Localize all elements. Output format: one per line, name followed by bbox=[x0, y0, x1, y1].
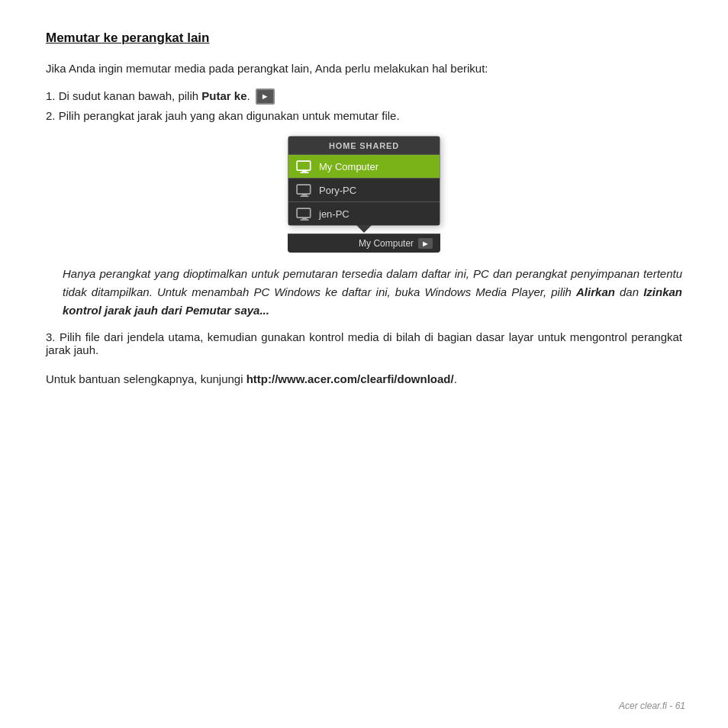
svg-rect-8 bbox=[301, 219, 309, 221]
dropdown-item-pory-pc[interactable]: Pory-PC bbox=[288, 179, 440, 202]
page-number: Acer clear.fi - 61 bbox=[619, 701, 685, 711]
italic-note: Hanya perangkat yang dioptimalkan untuk … bbox=[63, 265, 682, 320]
putar-ke-icon: ► bbox=[256, 89, 275, 105]
dropdown-item-label-3: jen-PC bbox=[319, 208, 350, 220]
footer-suffix: . bbox=[454, 372, 457, 385]
bottom-bar: My Computer ► bbox=[288, 234, 440, 253]
svg-rect-1 bbox=[302, 170, 308, 172]
page-content: Memutar ke perangkat lain Jika Anda ingi… bbox=[0, 0, 728, 460]
step-3: 3. Pilih file dari jendela utama, kemudi… bbox=[46, 330, 682, 356]
monitor-icon-2 bbox=[296, 184, 313, 196]
svg-rect-0 bbox=[297, 161, 311, 170]
dropdown-header: HOME SHARED bbox=[288, 137, 440, 155]
dropdown-tail bbox=[356, 225, 372, 233]
step-1: 1. Di sudut kanan bawah, pilih Putar ke.… bbox=[46, 89, 682, 105]
footer-url[interactable]: http://www.acer.com/clearfi/download/ bbox=[246, 372, 454, 385]
svg-rect-4 bbox=[302, 194, 308, 195]
svg-rect-5 bbox=[301, 195, 309, 197]
step1-text: 1. Di sudut kanan bawah, pilih Putar ke.… bbox=[46, 89, 682, 105]
step1-prefix: 1. Di sudut kanan bawah, pilih bbox=[46, 89, 201, 102]
dropdown-item-label-1: My Computer bbox=[319, 161, 378, 172]
page-heading: Memutar ke perangkat lain bbox=[46, 31, 682, 46]
svg-rect-3 bbox=[297, 185, 311, 194]
svg-rect-2 bbox=[301, 172, 309, 173]
footer-prefix: Untuk bantuan selengkapnya, kunjungi bbox=[46, 372, 246, 385]
footer-paragraph: Untuk bantuan selengkapnya, kunjungi htt… bbox=[46, 370, 682, 388]
bottom-bar-icon: ► bbox=[418, 238, 433, 249]
step1-suffix: . bbox=[247, 89, 250, 102]
dropdown-item-label-2: Pory-PC bbox=[319, 185, 356, 196]
intro-paragraph: Jika Anda ingin memutar media pada peran… bbox=[46, 60, 682, 78]
alirkan-bold: Alirkan bbox=[576, 285, 615, 298]
step3-text: 3. Pilih file dari jendela utama, kemudi… bbox=[46, 330, 682, 356]
step-2: 2. Pilih perangkat jarak jauh yang akan … bbox=[46, 109, 682, 122]
italic-mid: dan bbox=[615, 285, 643, 298]
step2-text: 2. Pilih perangkat jarak jauh yang akan … bbox=[46, 109, 682, 122]
device-dropdown[interactable]: HOME SHARED My Computer bbox=[288, 136, 440, 226]
monitor-icon-3 bbox=[296, 208, 313, 220]
svg-rect-7 bbox=[302, 217, 308, 219]
device-dropdown-wrapper: HOME SHARED My Computer bbox=[46, 136, 682, 253]
step1-bold: Putar ke bbox=[201, 89, 246, 102]
dropdown-item-jen-pc[interactable]: jen-PC bbox=[288, 202, 440, 225]
dropdown-item-my-computer[interactable]: My Computer bbox=[288, 155, 440, 179]
svg-rect-6 bbox=[297, 208, 311, 217]
monitor-icon-1 bbox=[296, 160, 313, 172]
bottom-bar-label: My Computer bbox=[359, 238, 414, 249]
